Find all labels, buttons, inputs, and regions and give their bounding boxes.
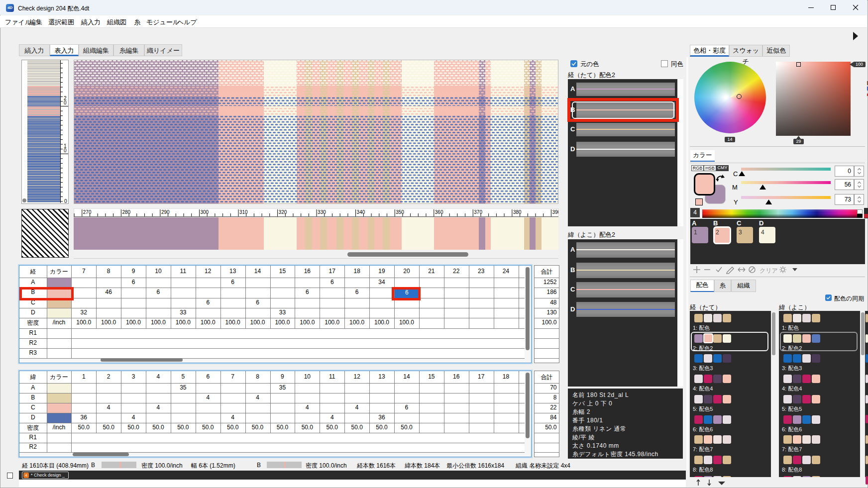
svg-text:280: 280 [122, 209, 130, 215]
svg-text:300: 300 [201, 209, 209, 215]
svg-text:340: 340 [357, 209, 365, 215]
svg-text:390: 390 [552, 209, 558, 215]
svg-text:0: 0 [64, 198, 67, 204]
svg-text:310: 310 [239, 209, 248, 215]
svg-text:360: 360 [435, 209, 443, 215]
svg-text:0: 0 [64, 148, 67, 153]
svg-text:350: 350 [396, 209, 404, 215]
svg-text:0: 0 [64, 100, 67, 105]
svg-text:290: 290 [161, 209, 170, 215]
svg-text:380: 380 [513, 209, 522, 215]
svg-text:320: 320 [279, 209, 287, 215]
svg-text:270: 270 [83, 209, 92, 215]
svg-text:330: 330 [318, 209, 326, 215]
svg-text:370: 370 [474, 209, 482, 215]
